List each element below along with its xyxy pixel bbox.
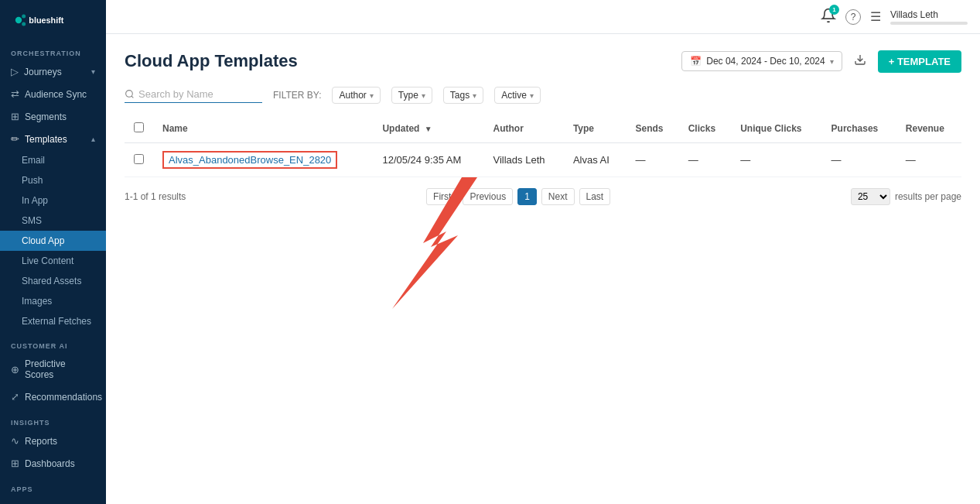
sidebar-item-app-hub[interactable]: ⊞ App Hub: [0, 496, 106, 504]
author-chevron-icon: ▾: [370, 91, 374, 100]
purchases-column-header: Purchases: [822, 115, 896, 143]
type-filter[interactable]: Type ▾: [391, 87, 432, 104]
calendar-icon: 📅: [690, 56, 702, 67]
user-bar: [890, 22, 968, 25]
logo: blueshift: [0, 0, 106, 39]
svg-line-6: [131, 96, 133, 98]
search-wrapper: [125, 88, 262, 103]
sidebar-item-images[interactable]: Images: [0, 291, 106, 311]
type-column-header: Type: [564, 115, 627, 143]
apps-label: APPS: [0, 475, 106, 496]
date-range-picker[interactable]: 📅 Dec 04, 2024 - Dec 10, 2024 ▾: [681, 51, 842, 71]
search-icon: [125, 89, 135, 99]
segments-icon: ⊞: [11, 111, 19, 122]
svg-point-2: [22, 22, 26, 26]
select-all-checkbox[interactable]: [134, 122, 144, 132]
page-header: Cloud App Templates 📅 Dec 04, 2024 - Dec…: [125, 50, 961, 73]
sidebar-item-segments[interactable]: ⊞ Segments: [0, 105, 106, 128]
sidebar-item-external-fetches[interactable]: External Fetches: [0, 311, 106, 331]
sidebar-item-push[interactable]: Push: [0, 170, 106, 190]
sidebar-item-journeys[interactable]: ▷ Journeys ▾: [0, 60, 106, 83]
table-header-row: Name Updated ▼ Author Type Sends Clicks …: [125, 115, 961, 143]
date-chevron-icon: ▾: [830, 57, 834, 66]
sidebar-item-shared-assets[interactable]: Shared Assets: [0, 271, 106, 291]
template-clicks-cell: —: [679, 143, 731, 177]
main-area: ☰ 1 ? ☰ Villads Leth Cloud App Templates…: [106, 0, 980, 504]
sidebar-item-sms[interactable]: SMS: [0, 211, 106, 231]
updated-column-header[interactable]: Updated ▼: [373, 115, 483, 143]
author-filter[interactable]: Author ▾: [332, 87, 380, 104]
user-info: Villads Leth: [890, 9, 968, 25]
sidebar-item-templates[interactable]: ✏ Templates ▴: [0, 128, 106, 150]
sidebar-item-live-content[interactable]: Live Content: [0, 251, 106, 271]
customer-ai-label: CUSTOMER AI: [0, 331, 106, 353]
current-page-button[interactable]: 1: [517, 188, 537, 205]
sidebar-item-recommendations[interactable]: ⤢ Recommendations: [0, 386, 106, 408]
clicks-column-header: Clicks: [679, 115, 731, 143]
header-actions: 📅 Dec 04, 2024 - Dec 10, 2024 ▾ + TEMPLA…: [681, 50, 961, 73]
author-column-header: Author: [484, 115, 564, 143]
pagination-bar: 1-1 of 1 results First Previous 1 Next L…: [125, 188, 961, 205]
date-range-text: Dec 04, 2024 - Dec 10, 2024: [706, 56, 825, 67]
sidebar-item-in-app[interactable]: In App: [0, 190, 106, 211]
svg-point-5: [126, 90, 133, 97]
tags-filter[interactable]: Tags ▾: [443, 87, 483, 104]
templates-table: Name Updated ▼ Author Type Sends Clicks …: [125, 115, 961, 177]
topbar: ☰ 1 ? ☰ Villads Leth: [106, 0, 980, 34]
select-all-header: [125, 115, 153, 143]
chevron-icon: ▾: [91, 67, 95, 76]
svg-text:blueshift: blueshift: [29, 15, 64, 25]
template-name-cell: Alvas_AbandonedBrowse_EN_2820: [153, 143, 373, 177]
sidebar-item-email[interactable]: Email: [0, 150, 106, 170]
content-area: Cloud App Templates 📅 Dec 04, 2024 - Dec…: [106, 34, 980, 504]
help-icon[interactable]: ?: [845, 9, 861, 25]
row-checkbox[interactable]: [134, 154, 144, 164]
sidebar-item-predictive-scores[interactable]: ⊕ Predictive Scores: [0, 353, 106, 386]
dashboards-icon: ⊞: [11, 458, 19, 469]
notification-icon[interactable]: 1: [821, 8, 836, 26]
download-button[interactable]: [850, 50, 870, 73]
menu-icon[interactable]: ☰: [870, 9, 881, 24]
results-per-page-select[interactable]: 25 50 100: [851, 188, 890, 205]
first-page-button[interactable]: First: [426, 188, 458, 205]
tags-chevron-icon: ▾: [473, 91, 476, 100]
reports-icon: ∿: [11, 435, 19, 447]
results-per-page-label: results per page: [895, 191, 961, 202]
search-input[interactable]: [138, 88, 262, 100]
sidebar-item-dashboards[interactable]: ⊞ Dashboards: [0, 452, 106, 475]
row-checkbox-cell: [125, 143, 153, 177]
revenue-column-header: Revenue: [896, 115, 961, 143]
sidebar: blueshift ORCHESTRATION ▷ Journeys ▾ ⇄ A…: [0, 0, 106, 504]
sidebar-item-reports[interactable]: ∿ Reports: [0, 430, 106, 452]
active-filter[interactable]: Active ▾: [494, 87, 541, 104]
sidebar-item-audience-sync[interactable]: ⇄ Audience Sync: [0, 83, 106, 105]
unique-clicks-column-header: Unique Clicks: [731, 115, 821, 143]
new-template-button[interactable]: + TEMPLATE: [878, 50, 961, 73]
last-page-button[interactable]: Last: [579, 188, 611, 205]
recommendations-icon: ⤢: [11, 391, 19, 403]
previous-page-button[interactable]: Previous: [463, 188, 513, 205]
filter-by-label: FILTER BY:: [273, 90, 321, 101]
page-title: Cloud App Templates: [125, 51, 298, 71]
template-unique-clicks-cell: —: [731, 143, 821, 177]
sort-icon: ▼: [425, 125, 432, 133]
audience-sync-icon: ⇄: [11, 88, 19, 100]
svg-point-1: [22, 15, 26, 19]
sidebar-item-cloud-app[interactable]: Cloud App: [0, 231, 106, 251]
journeys-icon: ▷: [11, 66, 19, 77]
next-page-button[interactable]: Next: [541, 188, 575, 205]
results-count: 1-1 of 1 results: [125, 191, 186, 202]
name-column-header: Name: [153, 115, 373, 143]
table-row: Alvas_AbandonedBrowse_EN_2820 12/05/24 9…: [125, 143, 961, 177]
templates-icon: ✏: [11, 133, 19, 145]
template-updated-cell: 12/05/24 9:35 AM: [373, 143, 483, 177]
sends-column-header: Sends: [627, 115, 679, 143]
template-purchases-cell: —: [822, 143, 896, 177]
template-revenue-cell: —: [896, 143, 961, 177]
templates-chevron: ▴: [91, 135, 95, 143]
template-type-cell: Alvas AI: [564, 143, 627, 177]
active-chevron-icon: ▾: [530, 91, 534, 100]
template-name-link[interactable]: Alvas_AbandonedBrowse_EN_2820: [162, 151, 337, 169]
template-sends-cell: —: [627, 143, 679, 177]
predictive-icon: ⊕: [11, 364, 19, 375]
